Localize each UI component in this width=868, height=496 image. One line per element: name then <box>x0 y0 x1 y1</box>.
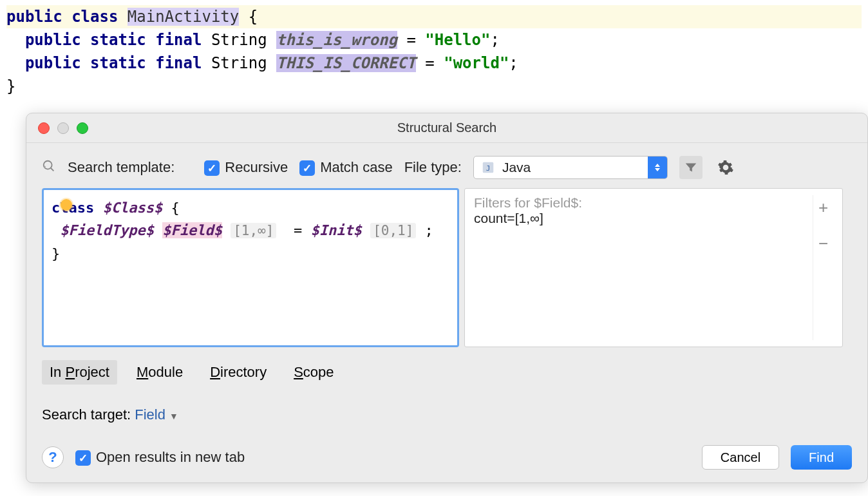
search-target-row: Search target: Field ▼ <box>42 406 852 423</box>
type-string2: String <box>211 54 267 72</box>
dialog-title: Structural Search <box>26 120 867 135</box>
brace-open: { <box>249 8 258 26</box>
search-target-dropdown[interactable]: Field ▼ <box>135 406 178 423</box>
var-init: $Init$ <box>310 222 361 238</box>
template-line-1: class $Class$ { <box>52 196 449 219</box>
code-editor[interactable]: public class MainActivity { public stati… <box>0 0 868 103</box>
tab-scope[interactable]: Scope <box>286 360 341 385</box>
kw-public3: public <box>25 54 81 72</box>
var-field: $Field$ <box>162 222 222 238</box>
svg-marker-5 <box>655 168 660 171</box>
open-results-label: Open results in new tab <box>96 449 245 466</box>
init-count-badge: [0,1] <box>370 223 416 238</box>
kw-final2: final <box>155 54 202 72</box>
kw-public2: public <box>25 31 81 49</box>
string-world: "world" <box>444 54 509 72</box>
filters-count-line: count=[1,∞] <box>474 211 813 226</box>
var-class: $Class$ <box>102 200 162 216</box>
titlebar: Structural Search <box>26 113 867 143</box>
template-line-2: $FieldType$ $Field$ [1,∞] = $Init$ [0,1]… <box>52 219 449 242</box>
match-case-label: Match case <box>320 159 393 176</box>
open-results-new-tab-checkbox[interactable]: ✓ Open results in new tab <box>75 449 245 466</box>
file-type-select[interactable]: J Java <box>473 156 668 179</box>
code-line-4: } <box>6 75 862 98</box>
intention-bulb-icon[interactable] <box>61 199 72 211</box>
class-name-highlight: MainActivity <box>127 8 239 26</box>
structural-search-dialog: Structural Search Search template: ✓ Rec… <box>26 113 868 483</box>
string-hello: "Hello" <box>425 31 490 49</box>
recursive-checkbox[interactable]: ✓ Recursive <box>204 159 288 176</box>
settings-button[interactable] <box>714 156 737 179</box>
dialog-toolbar: Search template: ✓ Recursive ✓ Match cas… <box>42 156 852 179</box>
code-line-3: public static final String THIS_IS_CORRE… <box>6 52 862 75</box>
t-eq: = <box>294 222 302 238</box>
filters-title: Filters for $Field$: <box>474 195 813 211</box>
check-icon: ✓ <box>75 450 91 466</box>
semi1: ; <box>490 31 499 49</box>
add-filter-button[interactable]: + <box>818 199 828 216</box>
kw-final: final <box>155 31 202 49</box>
search-target-label: Search target: <box>42 406 131 423</box>
filters-pane[interactable]: Filters for $Field$: count=[1,∞] + − <box>464 188 843 347</box>
file-type-label: File type: <box>404 159 462 176</box>
kw-static: static <box>90 31 146 49</box>
template-line-3: } <box>52 242 449 265</box>
chevron-updown-icon <box>648 156 667 179</box>
chevron-down-icon: ▼ <box>169 411 178 421</box>
recursive-label: Recursive <box>225 159 288 176</box>
field-correct: THIS_IS_CORRECT <box>276 54 416 72</box>
kw-class-t: class <box>52 200 94 216</box>
code-line-2: public static final String this_is_wrong… <box>6 28 862 52</box>
search-template-label: Search template: <box>68 159 175 176</box>
filter-button[interactable] <box>679 156 703 179</box>
cancel-button[interactable]: Cancel <box>702 445 779 470</box>
scope-tabs: In Project Module Directory Scope <box>42 360 852 385</box>
eq2: = <box>425 54 434 72</box>
svg-point-0 <box>44 161 52 169</box>
kw-public: public <box>6 8 62 26</box>
field-wrong: this_is_wrong <box>276 31 397 49</box>
remove-filter-button[interactable]: − <box>818 235 828 252</box>
tab-in-project[interactable]: In Project <box>42 360 117 385</box>
type-string: String <box>211 31 267 49</box>
svg-text:J: J <box>486 164 491 173</box>
kw-static2: static <box>90 54 146 72</box>
java-file-icon: J <box>479 158 497 176</box>
eq1: = <box>406 31 415 49</box>
svg-line-1 <box>51 168 54 171</box>
file-type-value: Java <box>502 160 648 175</box>
search-icon[interactable] <box>42 159 56 176</box>
template-editor[interactable]: class $Class$ { $FieldType$ $Field$ [1,∞… <box>42 188 459 347</box>
tab-module[interactable]: Module <box>129 360 191 385</box>
t-semi: ; <box>425 222 433 238</box>
tab-directory[interactable]: Directory <box>202 360 274 385</box>
match-case-checkbox[interactable]: ✓ Match case <box>299 159 393 176</box>
t-brace-open: { <box>171 200 179 216</box>
semi2: ; <box>509 54 518 72</box>
var-fieldtype: $FieldType$ <box>60 222 154 238</box>
svg-marker-4 <box>655 164 660 167</box>
find-button[interactable]: Find <box>791 445 852 470</box>
check-icon: ✓ <box>299 160 315 176</box>
code-line-1: public class MainActivity { <box>6 5 862 28</box>
kw-class: class <box>71 8 118 26</box>
check-icon: ✓ <box>204 160 220 176</box>
field-count-badge: [1,∞] <box>231 223 276 238</box>
help-button[interactable]: ? <box>42 446 64 468</box>
